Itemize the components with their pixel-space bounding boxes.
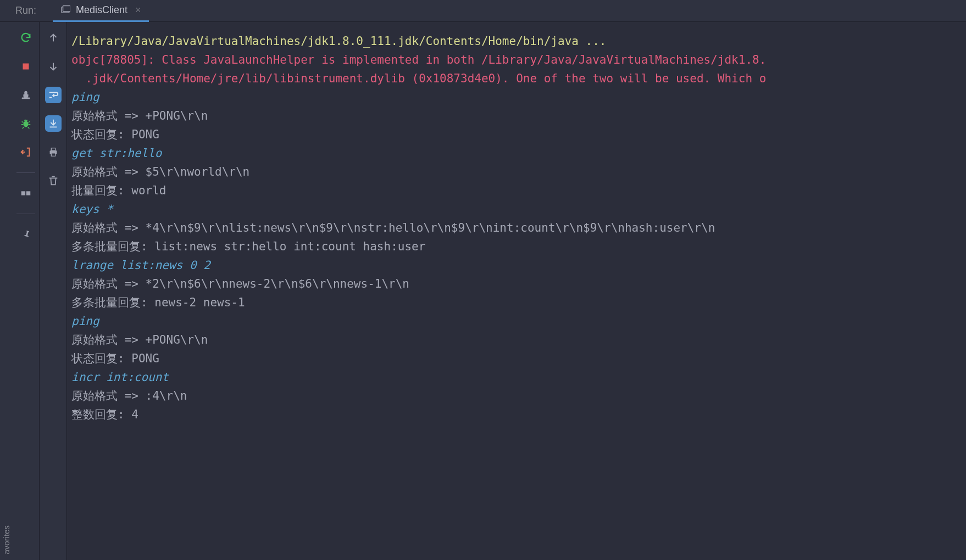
svg-rect-4 (21, 98, 30, 99)
console-line: ping (71, 88, 966, 107)
svg-rect-7 (26, 191, 30, 195)
scroll-to-end-button[interactable] (45, 115, 62, 132)
console-line: 多条批量回复: news-2 news-1 (71, 293, 966, 312)
console-line: 状态回复: PONG (71, 349, 966, 368)
svg-rect-9 (51, 148, 55, 151)
toolbar-separator (16, 172, 35, 173)
console-line: /Library/Java/JavaVirtualMachines/jdk1.8… (71, 32, 966, 51)
svg-rect-1 (63, 6, 71, 12)
console-line: 整数回复: 4 (71, 405, 966, 424)
soft-wrap-button[interactable] (45, 87, 62, 103)
run-toolbar-primary (12, 22, 40, 560)
console-line: incr int:count (71, 368, 966, 387)
svg-rect-10 (51, 153, 55, 156)
console-line: 原始格式 => *4\r\n$9\r\nlist:news\r\n$9\r\ns… (71, 219, 966, 237)
layout-button[interactable] (18, 185, 34, 201)
dump-threads-button[interactable] (18, 87, 34, 103)
console-line: 原始格式 => +PONG\r\n (71, 331, 966, 349)
attach-debugger-button[interactable] (18, 115, 34, 132)
console-output[interactable]: /Library/Java/JavaVirtualMachines/jdk1.8… (67, 22, 966, 560)
console-line: 原始格式 => *2\r\n$6\r\nnews-2\r\n$6\r\nnews… (71, 275, 966, 293)
favorites-tool-window-label[interactable]: avorites (2, 525, 11, 555)
svg-rect-6 (21, 191, 25, 195)
exit-button[interactable] (18, 144, 34, 160)
console-line: 原始格式 => $5\r\nworld\r\n (71, 163, 966, 181)
run-tab-medisclient[interactable]: MedisClient × (53, 0, 149, 22)
console-line: 状态回复: PONG (71, 125, 966, 144)
svg-point-3 (24, 91, 27, 94)
left-gutter: avorites (0, 22, 12, 560)
pin-button[interactable] (18, 226, 34, 243)
toolbar-separator (16, 214, 35, 214)
print-button[interactable] (45, 144, 62, 160)
run-tab-bar: Run: MedisClient × (0, 0, 966, 22)
console-line: 批量回复: world (71, 181, 966, 200)
run-label: Run: (15, 5, 36, 16)
console-line: ping (71, 312, 966, 331)
stop-button[interactable] (18, 58, 34, 75)
application-icon (60, 5, 70, 15)
scroll-up-button[interactable] (45, 30, 62, 46)
console-line: 多条批量回复: list:news str:hello int:count ha… (71, 237, 966, 256)
svg-point-5 (23, 121, 28, 127)
scroll-down-button[interactable] (45, 58, 62, 75)
console-line: get str:hello (71, 144, 966, 163)
rerun-button[interactable] (18, 30, 34, 46)
console-line: objc[78805]: Class JavaLaunchHelper is i… (71, 51, 966, 69)
console-line: 原始格式 => :4\r\n (71, 387, 966, 405)
console-line: lrange list:news 0 2 (71, 256, 966, 275)
run-toolbar-secondary (40, 22, 67, 560)
run-tab-title: MedisClient (76, 4, 127, 16)
console-line: .jdk/Contents/Home/jre/lib/libinstrument… (71, 69, 966, 88)
close-icon[interactable]: × (135, 4, 141, 16)
console-line: 原始格式 => +PONG\r\n (71, 107, 966, 125)
console-line: keys * (71, 200, 966, 219)
svg-rect-2 (23, 64, 29, 70)
clear-all-button[interactable] (45, 172, 62, 189)
